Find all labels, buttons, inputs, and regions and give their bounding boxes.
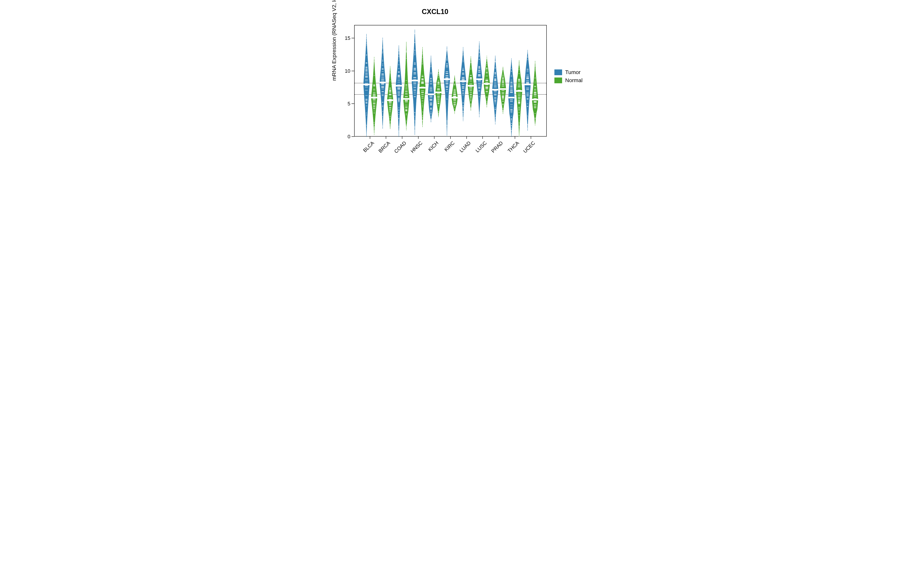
violin-normal: [484, 26, 490, 136]
violin-normal: [403, 26, 409, 136]
violin-tumor: [380, 26, 386, 136]
y-tick-label: 0: [348, 134, 351, 140]
x-tick-label: COAD: [393, 140, 407, 155]
violin-tumor: [525, 26, 531, 136]
x-tick: [418, 137, 418, 139]
x-tick-label: KIRC: [443, 140, 456, 153]
category-group: [380, 26, 393, 136]
legend-item-normal: Normal: [554, 77, 583, 84]
y-tick: [352, 71, 354, 71]
category-group: [509, 26, 522, 136]
category-group: [412, 26, 425, 136]
x-tick-label: THCA: [506, 140, 520, 154]
y-tick-label: 5: [348, 101, 351, 107]
violin-tumor: [460, 26, 466, 136]
legend-item-tumor: Tumor: [554, 69, 583, 76]
violin-normal: [420, 26, 426, 136]
legend-label-normal: Normal: [565, 77, 583, 84]
violin-normal: [435, 26, 442, 136]
chart-title: CXCL10: [323, 8, 547, 16]
legend: Tumor Normal: [554, 67, 583, 85]
x-tick-label: BRCA: [377, 140, 391, 154]
violin-tumor: [492, 26, 498, 136]
legend-swatch-tumor: [554, 69, 562, 75]
y-axis-label: mRNA Expression (RNASeq V2, log2): [331, 0, 337, 81]
category-group: [492, 26, 506, 136]
x-tick: [450, 137, 451, 139]
category-group: [363, 26, 377, 136]
x-tick: [499, 137, 499, 139]
y-tick: [352, 103, 354, 104]
violin-tumor: [396, 26, 402, 136]
y-tick-label: 15: [345, 35, 351, 41]
category-group: [396, 26, 409, 136]
y-tick-label: 10: [345, 68, 351, 74]
x-tick: [482, 137, 483, 139]
y-tick: [352, 136, 354, 137]
violin-normal: [516, 26, 522, 136]
violin-tumor: [412, 26, 418, 136]
violin-normal: [387, 26, 393, 136]
plot-area: [354, 25, 547, 137]
x-tick: [434, 137, 435, 139]
x-tick: [370, 137, 370, 139]
x-axis: BLCABRCACOADHNSCKICHKIRCLUADLUSCPRADTHCA…: [354, 137, 547, 163]
x-tick-label: UCEC: [522, 140, 536, 154]
x-tick: [402, 137, 402, 139]
chart-container: CXCL10 mRNA Expression (RNASeq V2, log2)…: [323, 0, 601, 173]
category-group: [460, 26, 474, 136]
violin-tumor: [444, 26, 450, 136]
violin-tumor: [428, 26, 434, 136]
category-group: [476, 26, 490, 136]
violin-tumor: [476, 26, 482, 136]
violin-normal: [532, 26, 538, 136]
violin-tumor: [363, 26, 370, 136]
y-axis: 051015: [347, 25, 354, 137]
x-tick-label: HNSC: [409, 140, 424, 154]
x-tick-label: LUAD: [458, 140, 472, 154]
x-tick-label: PRAD: [490, 140, 504, 154]
category-group: [428, 26, 442, 136]
y-tick: [352, 38, 354, 38]
violin-normal: [500, 26, 506, 136]
category-group: [444, 26, 457, 136]
x-tick: [531, 137, 531, 139]
violin-normal: [371, 26, 377, 136]
violin-normal: [452, 26, 458, 136]
x-tick: [467, 137, 467, 139]
x-tick-label: BLCA: [362, 140, 375, 153]
legend-label-tumor: Tumor: [565, 69, 581, 76]
violin-normal: [468, 26, 474, 136]
x-tick: [386, 137, 386, 139]
violin-tumor: [509, 26, 515, 136]
x-tick: [515, 137, 515, 139]
x-tick-label: LUSC: [474, 140, 488, 154]
x-tick-label: KICH: [427, 140, 440, 153]
category-group: [525, 26, 538, 136]
legend-swatch-normal: [554, 77, 562, 83]
